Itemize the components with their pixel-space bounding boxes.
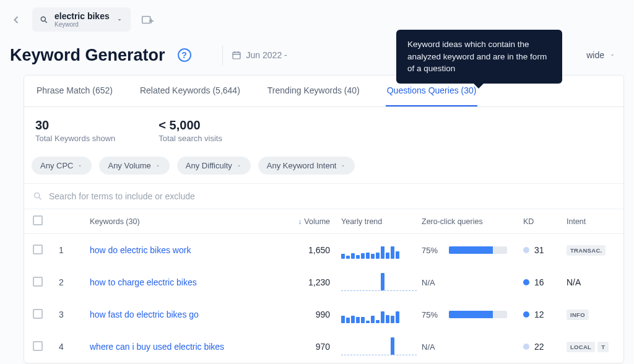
kd-value: 16 [534, 277, 544, 287]
kd-cell: 12 [523, 310, 567, 319]
svg-point-0 [41, 17, 45, 21]
volume-value: 1,230 [268, 277, 330, 287]
kd-dot [523, 279, 529, 285]
col-zcq[interactable]: Zero-click queries [417, 217, 523, 226]
zcq-percent: 75% [422, 246, 443, 255]
total-visits-value: < 5,000 [158, 118, 222, 132]
table-header: Keywords (30) ↓Volume Yearly trend Zero-… [24, 209, 623, 234]
col-kd[interactable]: KD [523, 217, 567, 226]
table-row: 4where can i buy used electric bikes970N… [24, 331, 623, 363]
kd-cell: 16 [523, 277, 567, 287]
tab-1[interactable]: Related Keywords (5,644) [139, 76, 241, 106]
zcq-percent: N/A [422, 278, 443, 287]
keyword-value: electric bikes [54, 11, 110, 21]
table-row: 1how do electric bikes work1,65075%31TRA… [24, 234, 623, 266]
svg-point-3 [35, 193, 40, 198]
kd-dot [523, 311, 529, 318]
tab-2[interactable]: Trending Keywords (40) [266, 76, 361, 106]
row-index: 1 [59, 245, 90, 255]
chevron-down-icon [236, 163, 242, 169]
kd-value: 31 [534, 245, 544, 255]
filters-row: Any CPCAny VolumeAny DifficultyAny Keywo… [24, 157, 623, 184]
volume-value: 990 [268, 310, 330, 319]
back-arrow-icon[interactable] [10, 14, 22, 26]
kd-dot [523, 344, 529, 350]
date-range-label: Jun 2022 - [246, 50, 287, 60]
table-search-input[interactable] [49, 191, 615, 201]
total-keywords-value: 30 [35, 118, 115, 132]
yearly-trend-sparkline [341, 274, 417, 291]
stats-row: 30 Total Keywords shown < 5,000 Total se… [24, 107, 623, 157]
intent-badge: T [597, 342, 609, 352]
zcq-cell: 75% [422, 246, 523, 255]
chevron-down-icon [155, 163, 161, 169]
help-icon[interactable]: ? [178, 48, 191, 62]
zcq-cell: 75% [422, 310, 523, 319]
zcq-bar [449, 246, 507, 254]
intent-value: N/A [567, 277, 615, 287]
keyword-chip[interactable]: electric bikes Keyword [32, 7, 131, 32]
row-index: 3 [59, 310, 90, 319]
keyword-link[interactable]: how do electric bikes work [90, 245, 191, 255]
select-all-checkbox[interactable] [33, 215, 43, 225]
zcq-cell: N/A [422, 342, 523, 352]
filter-pill-2[interactable]: Any Difficulty [177, 157, 251, 175]
zcq-bar [449, 311, 507, 318]
filter-pill-3[interactable]: Any Keyword Intent [258, 157, 355, 175]
svg-rect-2 [233, 52, 240, 59]
row-checkbox[interactable] [33, 341, 43, 351]
table-row: 3how fast do electric bikes go99075%12IN… [24, 298, 623, 331]
col-keywords[interactable]: Keywords (30) [90, 217, 268, 226]
volume-value: 970 [268, 342, 330, 352]
keyword-link[interactable]: how fast do electric bikes go [90, 310, 199, 319]
col-intent[interactable]: Intent [567, 217, 615, 226]
volume-value: 1,650 [268, 245, 330, 255]
intent-badge: LOCAL [567, 342, 595, 352]
keyword-link[interactable]: where can i buy used electric bikes [90, 342, 224, 352]
chevron-down-icon [609, 52, 615, 58]
save-list-icon[interactable] [141, 13, 154, 27]
row-index: 4 [59, 342, 90, 352]
chevron-down-icon [116, 16, 123, 24]
intent-badge: TRANSAC. [567, 245, 606, 256]
tooltip: Keyword ideas which contain the analyzed… [396, 30, 562, 84]
total-keywords-label: Total Keywords shown [35, 134, 115, 143]
row-checkbox[interactable] [33, 277, 43, 287]
kd-dot [523, 247, 529, 253]
date-range-picker[interactable]: Jun 2022 - [222, 45, 296, 65]
intent-badge: INFO [567, 310, 589, 320]
page-title: Keyword Generator [10, 46, 165, 65]
chevron-down-icon [77, 163, 83, 169]
filter-pill-1[interactable]: Any Volume [99, 157, 169, 175]
search-icon [40, 15, 48, 24]
zcq-percent: 75% [422, 310, 443, 319]
tab-0[interactable]: Phrase Match (652) [35, 76, 114, 106]
col-trend[interactable]: Yearly trend [330, 217, 417, 226]
yearly-trend-sparkline [341, 241, 417, 259]
zcq-cell: N/A [422, 278, 523, 287]
yearly-trend-sparkline [341, 338, 417, 355]
yearly-trend-sparkline [341, 306, 417, 323]
results-card: Phrase Match (652)Related Keywords (5,64… [24, 75, 624, 363]
country-picker[interactable]: wide [578, 45, 624, 65]
row-checkbox[interactable] [33, 309, 43, 319]
kd-cell: 22 [523, 342, 567, 352]
filter-pill-0[interactable]: Any CPC [32, 157, 92, 175]
keyword-link[interactable]: how to charge electric bikes [90, 277, 197, 287]
calendar-icon [232, 50, 241, 60]
table-search-row [24, 184, 623, 209]
chevron-down-icon [340, 163, 346, 169]
country-label: wide [586, 50, 604, 60]
zcq-percent: N/A [422, 342, 443, 352]
col-volume[interactable]: ↓Volume [268, 217, 330, 226]
tooltip-text: Keyword ideas which contain the analyzed… [407, 40, 547, 73]
kd-value: 12 [534, 310, 544, 319]
search-icon [33, 191, 43, 201]
total-visits-label: Total search visits [158, 134, 222, 143]
keyword-type: Keyword [54, 21, 110, 28]
kd-value: 22 [534, 342, 544, 352]
row-index: 2 [59, 277, 90, 287]
row-checkbox[interactable] [33, 245, 43, 254]
svg-rect-1 [142, 16, 150, 23]
sort-desc-icon: ↓ [298, 217, 302, 226]
